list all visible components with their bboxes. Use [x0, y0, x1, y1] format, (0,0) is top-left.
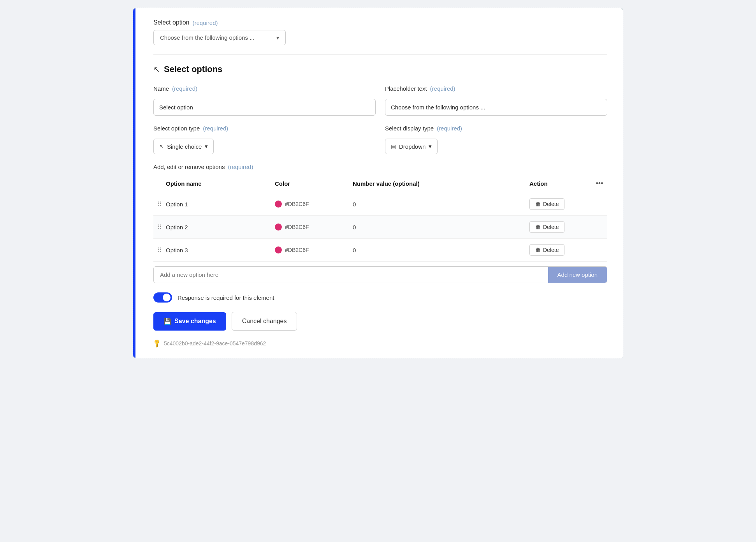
preview-section: Select option (required) Choose from the…: [153, 19, 607, 45]
number-value-2: 0: [353, 224, 529, 231]
option-type-icon: ↖: [159, 143, 164, 150]
color-dot-3[interactable]: [275, 246, 282, 253]
placeholder-group: Placeholder text (required): [385, 85, 607, 116]
trash-icon-1: 🗑: [535, 201, 541, 207]
options-required: (required): [228, 164, 253, 170]
th-option-name: Option name: [166, 180, 275, 187]
key-icon: 🔑: [152, 338, 162, 348]
save-label: Save changes: [174, 318, 216, 325]
th-number: Number value (optional): [353, 180, 529, 187]
action-cell-1: 🗑 Delete: [529, 198, 592, 210]
name-required: (required): [172, 85, 197, 92]
name-label-row: Name (required): [153, 85, 376, 92]
th-action: Action: [529, 180, 592, 187]
display-type-value: Dropdown: [399, 143, 425, 150]
chevron-down-icon: ▾: [276, 35, 279, 41]
toggle-thumb: [163, 294, 171, 301]
drag-handle-2[interactable]: ⠿: [153, 223, 166, 231]
options-table: Option name Color Number value (optional…: [153, 176, 607, 262]
display-type-label-row: Select display type (required): [385, 125, 607, 132]
toggle-label: Response is required for this element: [178, 294, 274, 301]
name-input[interactable]: [153, 99, 376, 116]
required-toggle[interactable]: [153, 292, 172, 303]
trash-icon-2: 🗑: [535, 224, 541, 230]
table-row: ⠿ Option 2 #DB2C6F 0 🗑 Delete: [153, 216, 607, 239]
delete-button-1[interactable]: 🗑 Delete: [529, 198, 564, 210]
color-hex-1: #DB2C6F: [285, 201, 309, 207]
add-option-button[interactable]: Add new option: [548, 267, 607, 283]
options-label: Add, edit or remove options: [153, 164, 225, 170]
main-content: Select option (required) Choose from the…: [133, 8, 623, 358]
add-option-input[interactable]: [154, 267, 548, 283]
delete-label-1: Delete: [543, 201, 559, 207]
trash-icon-3: 🗑: [535, 247, 541, 253]
display-type-dropdown[interactable]: ▤ Dropdown ▾: [385, 139, 438, 154]
form-container: Select option (required) Choose from the…: [133, 8, 623, 358]
display-type-label: Select display type: [385, 125, 434, 132]
color-dot-2[interactable]: [275, 223, 282, 231]
option-type-label: Select option type: [153, 125, 200, 132]
section-heading: ↖ Select options: [153, 64, 607, 74]
preview-dropdown-text: Choose from the following options ...: [160, 34, 255, 41]
option-type-label-row: Select option type (required): [153, 125, 376, 132]
more-options-icon[interactable]: •••: [592, 179, 607, 188]
action-buttons: 💾 Save changes Cancel changes: [153, 312, 607, 331]
action-cell-3: 🗑 Delete: [529, 244, 592, 256]
color-dot-1[interactable]: [275, 201, 282, 208]
save-icon: 💾: [164, 318, 171, 325]
select-option-label-row: Select option (required): [153, 19, 607, 26]
delete-button-3[interactable]: 🗑 Delete: [529, 244, 564, 256]
options-label-row: Add, edit or remove options (required): [153, 164, 607, 170]
color-cell-1: #DB2C6F: [275, 201, 353, 208]
select-options-icon: ↖: [153, 65, 160, 74]
name-label: Name: [153, 85, 169, 92]
option-type-required: (required): [203, 125, 228, 132]
option-type-group: Select option type (required) ↖ Single c…: [153, 125, 376, 154]
color-cell-2: #DB2C6F: [275, 223, 353, 231]
display-type-group: Select display type (required) ▤ Dropdow…: [385, 125, 607, 154]
uuid-row: 🔑 5c4002b0-ade2-44f2-9ace-0547e798d962: [153, 340, 607, 347]
option-type-dropdown[interactable]: ↖ Single choice ▾: [153, 139, 214, 154]
table-header: Option name Color Number value (optional…: [153, 176, 607, 191]
drag-handle-3[interactable]: ⠿: [153, 246, 166, 254]
select-option-label: Select option: [153, 19, 190, 26]
type-row: Select option type (required) ↖ Single c…: [153, 125, 607, 154]
placeholder-label-row: Placeholder text (required): [385, 85, 607, 92]
option-name-3: Option 3: [166, 247, 275, 253]
option-name-2: Option 2: [166, 224, 275, 231]
table-row: ⠿ Option 3 #DB2C6F 0 🗑 Delete: [153, 239, 607, 262]
color-hex-2: #DB2C6F: [285, 224, 309, 230]
table-row: ⠿ Option 1 #DB2C6F 0 🗑 Delete: [153, 193, 607, 216]
color-cell-3: #DB2C6F: [275, 246, 353, 253]
save-button[interactable]: 💾 Save changes: [153, 312, 226, 331]
toggle-row: Response is required for this element: [153, 292, 607, 303]
add-option-row: Add new option: [153, 266, 607, 283]
dropdown-icon: ▤: [391, 143, 396, 150]
color-hex-3: #DB2C6F: [285, 247, 309, 253]
delete-label-2: Delete: [543, 224, 559, 230]
option-type-chevron: ▾: [205, 143, 208, 150]
option-name-1: Option 1: [166, 201, 275, 208]
section-title: Select options: [164, 64, 222, 74]
placeholder-input[interactable]: [385, 99, 607, 116]
accent-bar: [133, 8, 135, 358]
display-type-required: (required): [437, 125, 462, 132]
cancel-button[interactable]: Cancel changes: [232, 312, 297, 331]
delete-button-2[interactable]: 🗑 Delete: [529, 221, 564, 233]
display-type-chevron: ▾: [429, 143, 432, 150]
cancel-label: Cancel changes: [242, 318, 287, 325]
select-option-required: (required): [193, 19, 218, 26]
placeholder-label: Placeholder text: [385, 85, 427, 92]
placeholder-required: (required): [430, 85, 455, 92]
section-divider: [153, 55, 607, 55]
uuid-value: 5c4002b0-ade2-44f2-9ace-0547e798d962: [164, 340, 266, 347]
number-value-3: 0: [353, 247, 529, 253]
drag-handle-1[interactable]: ⠿: [153, 201, 166, 208]
preview-dropdown[interactable]: Choose from the following options ... ▾: [153, 30, 286, 45]
delete-label-3: Delete: [543, 247, 559, 253]
number-value-1: 0: [353, 201, 529, 208]
action-cell-2: 🗑 Delete: [529, 221, 592, 233]
name-placeholder-row: Name (required) Placeholder text (requir…: [153, 85, 607, 116]
option-type-value: Single choice: [167, 143, 202, 150]
th-color: Color: [275, 180, 353, 187]
